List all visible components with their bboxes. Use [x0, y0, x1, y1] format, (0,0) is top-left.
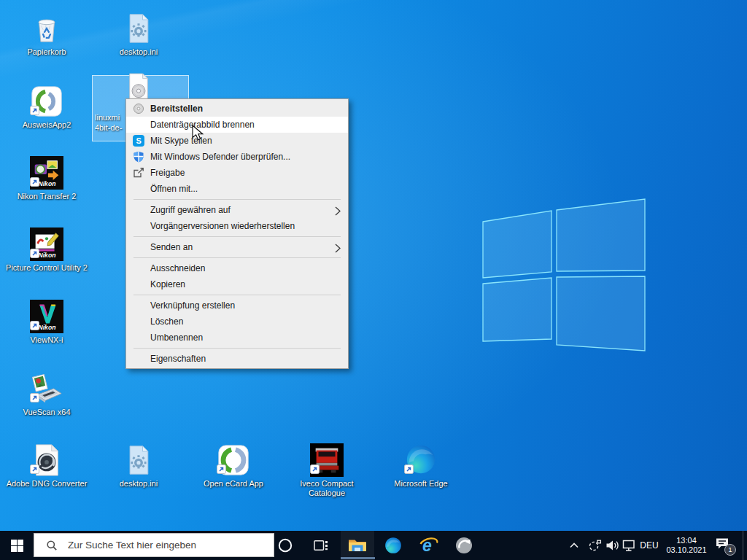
- menu-item-label: Zugriff gewähren auf: [150, 205, 231, 215]
- menu-item-senden-an[interactable]: Senden an: [126, 239, 348, 255]
- skype-icon: S: [133, 135, 144, 147]
- menu-item-datentraegerabbild-brennen[interactable]: Datenträgerabbild brennen: [126, 117, 348, 133]
- search-icon: [46, 540, 58, 551]
- desktop-icon-viewnx-i[interactable]: Nikon ViewNX-i: [3, 300, 90, 345]
- chevron-up-icon: [570, 542, 578, 548]
- desktop-icon-label: AusweisApp2: [3, 120, 90, 130]
- dng-converter-icon: [29, 443, 64, 477]
- language-indicator[interactable]: DEU: [638, 531, 661, 560]
- desktop-icon-desktop-ini-2[interactable]: desktop.ini: [95, 443, 182, 489]
- share-icon: [133, 167, 144, 179]
- menu-item-label: Freigabe: [150, 168, 185, 178]
- menu-item-label: Eigenschaften: [150, 354, 206, 364]
- file-explorer-icon: [348, 538, 367, 553]
- desktop-icon-vuescan-x64[interactable]: VueScan x64: [3, 372, 90, 417]
- mouse-cursor-icon: [192, 125, 206, 144]
- desktop-icon-label: Nikon Transfer 2: [3, 192, 90, 201]
- menu-item-loeschen[interactable]: Löschen: [126, 314, 348, 330]
- meet-now-button[interactable]: [586, 531, 603, 560]
- desktop-icon-microsoft-edge[interactable]: Microsoft Edge: [377, 443, 465, 489]
- menu-item-label: Verknüpfung erstellen: [150, 300, 235, 311]
- shortcut-arrow-icon: [30, 176, 39, 190]
- windows-start-icon: [11, 540, 23, 552]
- menu-item-oeffnen-mit[interactable]: Öffnen mit...: [126, 181, 348, 197]
- show-hidden-icons-button[interactable]: [566, 531, 582, 560]
- task-view-button[interactable]: [304, 531, 338, 560]
- network-button[interactable]: [620, 531, 639, 560]
- nikon-transfer-icon: Nikon: [29, 156, 64, 190]
- context-menu: Bereitstellen Datenträgerabbild brennen …: [125, 98, 349, 369]
- desktop-icon-label: Microsoft Edge: [377, 479, 465, 489]
- internet-explorer-button[interactable]: e: [411, 531, 445, 560]
- explorer-active-indicator: [341, 557, 375, 559]
- desktop-icon-label: Open eCard App: [190, 479, 277, 489]
- speaker-icon: [605, 540, 620, 551]
- menu-item-label: Bereitstellen: [150, 104, 203, 114]
- notification-badge: 1: [724, 544, 736, 556]
- show-desktop-button[interactable]: [743, 531, 747, 560]
- edge-icon: [403, 443, 438, 477]
- desktop-icon-iveco-compact-catalogue[interactable]: Iveco Compact Catalogue: [283, 443, 371, 498]
- menu-item-label: Löschen: [150, 316, 183, 327]
- menu-item-ausschneiden[interactable]: Ausschneiden: [126, 260, 348, 276]
- start-button[interactable]: [0, 531, 34, 560]
- shortcut-arrow-icon: [310, 464, 320, 477]
- taskbar-clock[interactable]: 13:04 03.10.2021: [662, 531, 711, 560]
- desktop-icon-label: Iveco Compact Catalogue: [283, 479, 371, 498]
- menu-item-label: Ausschneiden: [150, 263, 205, 273]
- internet-explorer-icon: e: [419, 536, 438, 556]
- svg-text:Nikon: Nikon: [39, 324, 56, 331]
- desktop-icon-papierkorb[interactable]: Papierkorb: [3, 12, 90, 57]
- desktop-icon-label: VueScan x64: [3, 408, 90, 417]
- desktop-wallpaper: Papierkorb desktop.ini: [0, 0, 747, 560]
- menu-item-vorgaengerversionen-wiederherstellen[interactable]: Vorgängerversionen wiederherstellen: [126, 218, 348, 234]
- menu-separator: [133, 295, 341, 295]
- selected-file-label-line2: 4bit-de-: [95, 123, 122, 133]
- menu-item-freigabe[interactable]: Freigabe: [126, 165, 348, 181]
- menu-item-bereitstellen[interactable]: Bereitstellen: [126, 101, 348, 117]
- search-input[interactable]: [66, 539, 274, 551]
- task-view-icon: [314, 539, 328, 552]
- desktop-icon-open-ecard-app[interactable]: Open eCard App: [190, 443, 277, 489]
- defender-shield-icon: [133, 151, 144, 163]
- shortcut-arrow-icon: [30, 464, 39, 477]
- desktop-icon-picture-control-utility-2[interactable]: Nikon Picture Control Utility 2: [3, 228, 90, 273]
- desktop-icon-label: Adobe DNG Converter: [3, 479, 90, 489]
- shortcut-arrow-icon: [30, 248, 39, 261]
- menu-separator: [133, 348, 341, 349]
- shortcut-arrow-icon: [217, 464, 226, 477]
- menu-item-label: Umbenennen: [150, 332, 203, 343]
- file-explorer-button[interactable]: [341, 531, 374, 560]
- desktop-icon-nikon-transfer-2[interactable]: Nikon Nikon Transfer 2: [3, 156, 90, 201]
- desktop-icon-desktop-ini-1[interactable]: desktop.ini: [95, 12, 182, 57]
- desktop-icon-label: Picture Control Utility 2: [3, 263, 90, 273]
- gray-sphere-app-button[interactable]: [447, 531, 481, 560]
- menu-item-eigenschaften[interactable]: Eigenschaften: [126, 351, 348, 367]
- taskbar-search-box[interactable]: [34, 533, 274, 557]
- cortana-button[interactable]: [268, 531, 302, 560]
- open-ecard-icon: [216, 443, 251, 477]
- desktop-icon-adobe-dng-converter[interactable]: Adobe DNG Converter: [3, 443, 90, 489]
- selected-file-label-line1: linuxmi: [95, 113, 122, 123]
- menu-item-mit-windows-defender-ueberpruefen[interactable]: Mit Windows Defender überprüfen...: [126, 149, 348, 165]
- menu-item-zugriff-gewaehren-auf[interactable]: Zugriff gewähren auf: [126, 202, 348, 218]
- ausweisapp2-icon: [29, 85, 64, 118]
- shortcut-arrow-icon: [30, 392, 39, 405]
- desktop-icon-label: Papierkorb: [3, 47, 90, 57]
- network-icon: [622, 540, 637, 551]
- edge-taskbar-button[interactable]: [376, 531, 410, 560]
- action-center-button[interactable]: 1: [715, 537, 732, 553]
- windows-logo-wallpaper: [478, 195, 649, 352]
- recycle-bin-icon: [29, 12, 64, 45]
- menu-item-umbenennen[interactable]: Umbenennen: [126, 330, 348, 346]
- menu-item-mit-skype-teilen[interactable]: S Mit Skype teilen: [126, 133, 348, 149]
- iso-file-icon: [126, 73, 151, 101]
- vuescan-icon: [29, 372, 64, 405]
- chevron-right-icon: [335, 242, 341, 258]
- desktop-icon-ausweisapp2[interactable]: AusweisApp2: [3, 85, 90, 130]
- menu-item-verknuepfung-erstellen[interactable]: Verknüpfung erstellen: [126, 298, 348, 314]
- menu-item-kopieren[interactable]: Kopieren: [126, 276, 348, 292]
- menu-item-label: Mit Windows Defender überprüfen...: [150, 152, 290, 162]
- menu-item-label: Öffnen mit...: [150, 184, 198, 194]
- desktop-icon-label: ViewNX-i: [3, 335, 90, 345]
